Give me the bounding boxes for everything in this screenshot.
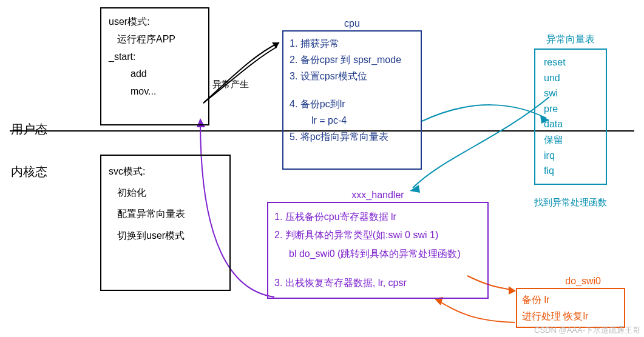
svc-box-line: 切换到user模式 xyxy=(109,225,222,246)
vector-item: data xyxy=(544,116,597,132)
user-box-line: mov... xyxy=(109,83,201,101)
handler-box: 1. 压栈备份cpu寄存器数据 lr 2. 判断具体的异常类型(如:swi 0 … xyxy=(267,202,489,299)
kernel-state-label: 内核态 xyxy=(11,164,47,180)
cpu-step: 4. 备份pc到lr xyxy=(290,96,415,112)
handler-region: xxx_handler 1. 压栈备份cpu寄存器数据 lr 2. 判断具体的异… xyxy=(267,190,489,299)
exception-gen-label: 异常产生 xyxy=(212,79,249,90)
vector-title: 异常向量表 xyxy=(534,33,607,46)
vector-table-box: reset und swi pre data 保留 irq fiq xyxy=(534,48,607,185)
vector-item: fiq xyxy=(544,163,597,179)
handler-step: 2. 判断具体的异常类型(如:swi 0 swi 1) xyxy=(274,226,481,244)
user-state-label: 用户态 xyxy=(11,121,47,138)
svc-box-line: svc模式: xyxy=(109,161,222,182)
doswi-line: 备份 lr xyxy=(522,292,619,308)
arrow-user-to-cpu xyxy=(203,42,279,103)
cpu-step: 2. 备份cpsr 到 spsr_mode xyxy=(290,52,415,68)
user-box-line: 运行程序APP xyxy=(109,31,201,48)
vector-item: 保留 xyxy=(544,132,597,148)
cpu-step: 3. 设置cpsr模式位 xyxy=(290,68,415,84)
doswi-title: do_swi0 xyxy=(516,276,625,287)
vector-item: irq xyxy=(544,148,597,164)
vector-item: swi xyxy=(544,85,597,101)
handler-step: 1. 压栈备份cpu寄存器数据 lr xyxy=(274,208,481,226)
user-mode-box: user模式: 运行程序APP _start: add mov... xyxy=(100,7,209,125)
vector-item: pre xyxy=(544,101,597,117)
user-box-line: user模式: xyxy=(109,13,201,31)
handler-title: xxx_handler xyxy=(267,190,489,201)
vector-item: reset xyxy=(544,55,597,70)
doswi-box: 备份 lr 进行处理 恢复lr xyxy=(516,288,625,328)
doswi-line: 进行处理 恢复lr xyxy=(522,308,619,324)
handler-step: 3. 出栈恢复寄存器数据, lr, cpsr xyxy=(274,274,481,292)
user-box-line: _start: xyxy=(109,48,201,66)
arrow-vector-to-handler xyxy=(413,97,549,188)
arrow-doswi-to-handler xyxy=(437,300,515,322)
user-box-line: add xyxy=(109,65,201,83)
arrowhead-icon xyxy=(272,42,279,48)
cpu-region: cpu 1. 捕获异常 2. 备份cpsr 到 spsr_mode 3. 设置c… xyxy=(282,18,422,170)
vector-table-region: 异常向量表 reset und swi pre data 保留 irq fiq … xyxy=(534,33,607,209)
cpu-box: 1. 捕获异常 2. 备份cpsr 到 spsr_mode 3. 设置cpsr模… xyxy=(282,30,422,170)
arrow-cpu-to-vector xyxy=(422,105,546,121)
cpu-step: 1. 捕获异常 xyxy=(290,35,415,52)
vector-item: und xyxy=(544,70,597,86)
doswi-region: do_swi0 备份 lr 进行处理 恢复lr xyxy=(516,276,625,328)
cpu-title: cpu xyxy=(282,18,422,29)
svc-mode-box: svc模式: 初始化 配置异常向量表 切换到user模式 xyxy=(100,155,231,291)
svc-box-line: 初始化 xyxy=(109,182,222,203)
cpu-step: lr = pc-4 xyxy=(290,112,415,128)
arrowhead-icon xyxy=(509,286,516,295)
cpu-step: 5. 将pc指向异常向量表 xyxy=(290,128,415,145)
vector-footer: 找到异常处理函数 xyxy=(534,197,607,209)
watermark: CSDN @AAA-下水道疏通王哥 xyxy=(534,325,640,336)
svc-box-line: 配置异常向量表 xyxy=(109,203,222,224)
handler-step: bl do_swi0 (跳转到具体的异常处理函数) xyxy=(274,245,481,263)
